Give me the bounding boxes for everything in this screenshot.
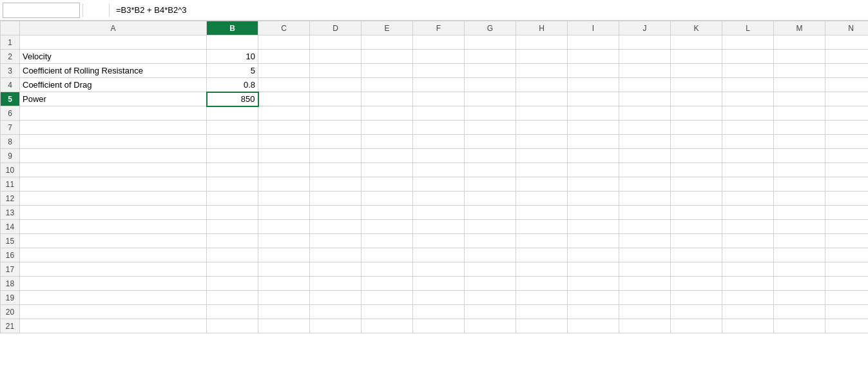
row-header-6[interactable]: 6 xyxy=(1,106,20,121)
cell-a11[interactable] xyxy=(20,177,207,192)
cell-j9[interactable] xyxy=(619,149,671,163)
cell-i6[interactable] xyxy=(568,106,619,121)
cell-a6[interactable] xyxy=(20,106,207,121)
col-header-f[interactable]: F xyxy=(413,21,465,35)
cell-a3[interactable]: Coefficient of Rolling Resistance xyxy=(20,64,207,78)
row-header-12[interactable]: 12 xyxy=(1,192,20,206)
row-header-18[interactable]: 18 xyxy=(1,277,20,291)
cell-j8[interactable] xyxy=(619,135,671,149)
cell-d6[interactable] xyxy=(310,106,362,121)
cell-e3[interactable] xyxy=(362,64,413,78)
cell-k5[interactable] xyxy=(671,92,722,106)
cell-l12[interactable] xyxy=(722,192,774,206)
cell-m15[interactable] xyxy=(774,234,825,248)
cell-j2[interactable] xyxy=(619,50,671,64)
row-header-13[interactable]: 13 xyxy=(1,206,20,220)
cell-h18[interactable] xyxy=(516,277,568,291)
cell-l19[interactable] xyxy=(722,291,774,305)
cell-i1[interactable] xyxy=(568,35,619,50)
cell-l4[interactable] xyxy=(722,78,774,92)
row-header-19[interactable]: 19 xyxy=(1,291,20,305)
cell-n2[interactable] xyxy=(825,50,869,64)
cell-h4[interactable] xyxy=(516,78,568,92)
row-header-21[interactable]: 21 xyxy=(1,319,20,333)
col-header-j[interactable]: J xyxy=(619,21,671,35)
cell-e18[interactable] xyxy=(362,277,413,291)
cell-c18[interactable] xyxy=(258,277,310,291)
cell-n5[interactable] xyxy=(825,92,869,106)
col-header-g[interactable]: G xyxy=(465,21,516,35)
cell-m18[interactable] xyxy=(774,277,825,291)
col-header-l[interactable]: L xyxy=(722,21,774,35)
cell-i12[interactable] xyxy=(568,192,619,206)
cell-i14[interactable] xyxy=(568,220,619,234)
cell-d19[interactable] xyxy=(310,291,362,305)
cell-i11[interactable] xyxy=(568,177,619,192)
cell-a18[interactable] xyxy=(20,277,207,291)
cell-e9[interactable] xyxy=(362,149,413,163)
cell-m1[interactable] xyxy=(774,35,825,50)
cell-d2[interactable] xyxy=(310,50,362,64)
cell-j17[interactable] xyxy=(619,262,671,277)
cell-d16[interactable] xyxy=(310,248,362,262)
cell-f1[interactable] xyxy=(413,35,465,50)
cell-l18[interactable] xyxy=(722,277,774,291)
cell-a12[interactable] xyxy=(20,192,207,206)
cell-h6[interactable] xyxy=(516,106,568,121)
row-header-17[interactable]: 17 xyxy=(1,262,20,277)
cell-f10[interactable] xyxy=(413,163,465,177)
cell-e21[interactable] xyxy=(362,319,413,333)
cell-k14[interactable] xyxy=(671,220,722,234)
cell-k20[interactable] xyxy=(671,305,722,319)
cell-n6[interactable] xyxy=(825,106,869,121)
cell-b9[interactable] xyxy=(207,149,258,163)
cell-j11[interactable] xyxy=(619,177,671,192)
cell-k8[interactable] xyxy=(671,135,722,149)
cell-b7[interactable] xyxy=(207,121,258,135)
cell-i7[interactable] xyxy=(568,121,619,135)
row-header-7[interactable]: 7 xyxy=(1,121,20,135)
cell-l14[interactable] xyxy=(722,220,774,234)
fx-icon[interactable] xyxy=(101,9,104,12)
cell-b6[interactable] xyxy=(207,106,258,121)
row-header-4[interactable]: 4 xyxy=(1,78,20,92)
cell-k16[interactable] xyxy=(671,248,722,262)
cell-g10[interactable] xyxy=(465,163,516,177)
cell-a10[interactable] xyxy=(20,163,207,177)
col-header-m[interactable]: M xyxy=(774,21,825,35)
cell-l9[interactable] xyxy=(722,149,774,163)
cell-i2[interactable] xyxy=(568,50,619,64)
cell-j15[interactable] xyxy=(619,234,671,248)
cell-m10[interactable] xyxy=(774,163,825,177)
row-header-14[interactable]: 14 xyxy=(1,220,20,234)
cell-l7[interactable] xyxy=(722,121,774,135)
cell-i10[interactable] xyxy=(568,163,619,177)
cell-m21[interactable] xyxy=(774,319,825,333)
cell-e5[interactable] xyxy=(362,92,413,106)
cell-j14[interactable] xyxy=(619,220,671,234)
cell-h12[interactable] xyxy=(516,192,568,206)
cell-c7[interactable] xyxy=(258,121,310,135)
cell-c12[interactable] xyxy=(258,192,310,206)
cell-c8[interactable] xyxy=(258,135,310,149)
cell-n9[interactable] xyxy=(825,149,869,163)
cell-j4[interactable] xyxy=(619,78,671,92)
cell-n12[interactable] xyxy=(825,192,869,206)
cell-k6[interactable] xyxy=(671,106,722,121)
cell-g2[interactable] xyxy=(465,50,516,64)
cell-b1[interactable] xyxy=(207,35,258,50)
cell-b4[interactable]: 0.8 xyxy=(207,78,258,92)
cell-c15[interactable] xyxy=(258,234,310,248)
cell-j6[interactable] xyxy=(619,106,671,121)
cell-a20[interactable] xyxy=(20,305,207,319)
cell-h11[interactable] xyxy=(516,177,568,192)
cell-c14[interactable] xyxy=(258,220,310,234)
cell-d17[interactable] xyxy=(310,262,362,277)
cell-g18[interactable] xyxy=(465,277,516,291)
cell-h15[interactable] xyxy=(516,234,568,248)
cell-m5[interactable] xyxy=(774,92,825,106)
cell-e4[interactable] xyxy=(362,78,413,92)
cell-g19[interactable] xyxy=(465,291,516,305)
cell-f11[interactable] xyxy=(413,177,465,192)
cell-b8[interactable] xyxy=(207,135,258,149)
